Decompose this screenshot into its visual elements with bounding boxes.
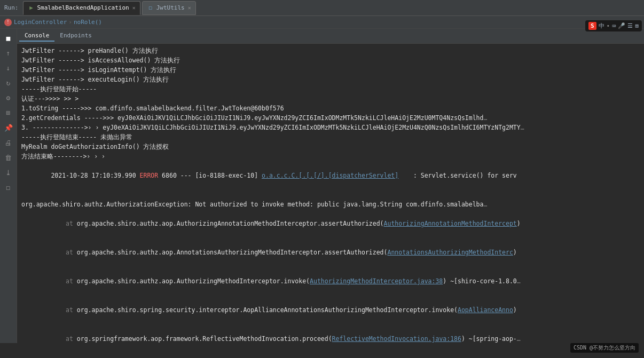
stack-line-5: at org.springframework.aop.framework.Ref…	[21, 324, 640, 343]
top-tab-bar: Run: ▶ SmalabelBackendApplication ✕ ◻ Jw…	[0, 0, 644, 16]
tab-jwt[interactable]: ◻ JwtUtils ✕	[142, 1, 196, 15]
keyboard-icon: ⌨	[612, 22, 616, 30]
stack-line-1: at org.apache.shiro.authz.aop.Authorizin…	[21, 209, 640, 238]
log-line-12: 方法结束略-------->› › ›	[21, 152, 640, 161]
scroll-down-icon[interactable]: ↓	[2, 61, 15, 75]
tab-app-close[interactable]: ✕	[132, 5, 136, 11]
layout-icon[interactable]: ⊞	[2, 106, 15, 120]
grid-icon: ⊞	[635, 22, 639, 29]
breadcrumb-sep: ›	[68, 19, 72, 26]
log-line-5: -----执行登陆开始-----	[21, 84, 640, 94]
log-line-exception: org.apache.shiro.authz.AuthorizationExce…	[21, 200, 640, 209]
pin-icon[interactable]: 📌	[2, 121, 15, 134]
console-output: JwtFilter ------> preHandle() 方法执行 JwtFi…	[17, 44, 644, 343]
trash-icon[interactable]: 🗑	[2, 150, 15, 164]
log-line-3: JwtFilter ------> isLoginAttempt() 方法执行	[21, 65, 640, 75]
stack-line-3: at org.apache.shiro.authz.aop.Authorizin…	[21, 267, 640, 296]
log-line-1: JwtFilter ------> preHandle() 方法执行	[21, 46, 640, 55]
tab-jwt-close[interactable]: ✕	[188, 5, 191, 11]
mic-icon: 🎤	[618, 22, 625, 29]
log-line-6: 认证--->>>> >> >	[21, 94, 640, 104]
rerun-icon[interactable]: ↻	[2, 76, 15, 90]
tab-app-label: SmalabelBackendApplication	[37, 4, 129, 11]
endpoints-tab[interactable]: Endpoints	[54, 30, 97, 42]
settings-icon[interactable]: ⚙	[2, 91, 15, 105]
console-toolbar: Console Endpoints	[17, 29, 644, 44]
log-line-11: MyRealm doGetAuthorizationInfo() 方法授权	[21, 142, 640, 152]
breadcrumb-login-controller[interactable]: LoginController	[14, 19, 67, 26]
jwt-icon: ◻	[147, 4, 154, 12]
log-line-10: -----执行登陆结束----- 未抛出异常	[21, 132, 640, 142]
dot1: •	[607, 22, 610, 29]
tab-jwt-label: JwtUtils	[156, 4, 185, 11]
log-line-blank	[21, 190, 640, 200]
console-tab[interactable]: Console	[19, 30, 54, 42]
lang-icon: 中	[599, 22, 604, 30]
log-line-2: JwtFilter ------> isAccessAllowed() 方法执行	[21, 55, 640, 65]
collapse-icon[interactable]: ◻	[2, 180, 15, 194]
breadcrumb-no-role[interactable]: noRole()	[74, 19, 102, 26]
breadcrumb-bar: ! LoginController › noRole()	[0, 16, 644, 29]
log-line-error-header: 2021-10-28 17:10:39.990 ERROR 6860 --- […	[21, 161, 640, 190]
log-line-8: 2.getCredentials ----->>> eyJ0eXAiOiJKV1…	[21, 113, 640, 123]
stop-icon[interactable]: ■	[2, 31, 15, 45]
csdn-watermark: CSDN @不努力怎么坚方向	[570, 343, 639, 353]
scroll-up-icon[interactable]: ↑	[2, 46, 15, 60]
text-icon: ☰	[627, 22, 633, 29]
stack-line-2: at org.apache.shiro.authz.aop.Annotation…	[21, 238, 640, 267]
tab-app[interactable]: ▶ SmalabelBackendApplication ✕	[23, 1, 140, 15]
log-line-7: 1.toString ----->>> com.dfinfo.smalabelb…	[21, 104, 640, 113]
app-run-icon: ▶	[28, 4, 35, 12]
main-layout: ■ ↑ ↓ ↻ ⚙ ⊞ 📌 🖨 🗑 ⤓ ◻ Console Endpoints …	[0, 29, 644, 343]
csdn-logo: S	[588, 22, 596, 30]
log-line-9: 3. -------------->› › eyJ0eXAiOiJKV1QiLC…	[21, 123, 640, 132]
error-badge: !	[4, 19, 12, 26]
log-line-4: JwtFilter ------> executeLogin() 方法执行	[21, 75, 640, 84]
run-label: Run:	[4, 4, 19, 11]
print-icon[interactable]: 🖨	[2, 136, 15, 149]
left-sidebar: ■ ↑ ↓ ↻ ⚙ ⊞ 📌 🖨 🗑 ⤓ ◻	[0, 29, 17, 343]
stack-line-4: at org.apache.shiro.spring.security.inte…	[21, 296, 640, 324]
scroll-lock-icon[interactable]: ⤓	[2, 165, 15, 179]
